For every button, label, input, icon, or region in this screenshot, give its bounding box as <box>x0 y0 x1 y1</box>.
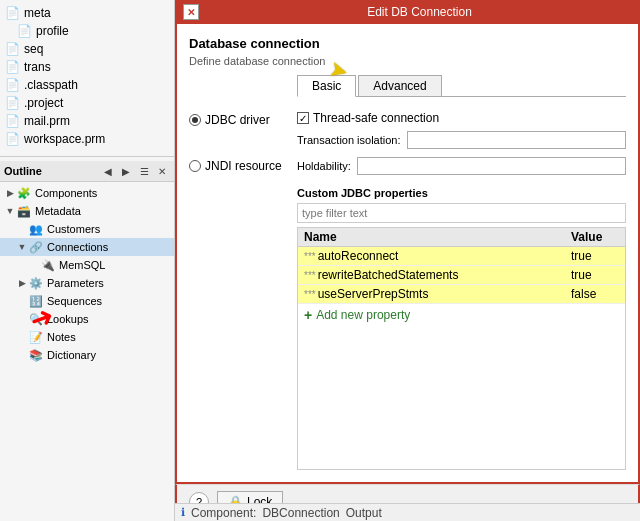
left-panel: 📄 meta 📄 profile 📄 seq 📄 trans 📄 .classp… <box>0 0 175 521</box>
tab-basic[interactable]: Basic <box>297 75 356 97</box>
tree-arrow-components: ▶ <box>4 188 16 198</box>
file-item-classpath[interactable]: 📄 .classpath <box>0 76 174 94</box>
properties-section: Custom JDBC properties Name Value *** au… <box>297 187 626 470</box>
tree-item-lookups[interactable]: 🔍 Lookups <box>0 310 174 328</box>
checkbox-label: Thread-safe connection <box>313 111 439 125</box>
add-icon: + <box>304 307 312 323</box>
tab-advanced[interactable]: Advanced <box>358 75 441 96</box>
file-icon-project: 📄 <box>4 95 20 111</box>
file-icon-meta: 📄 <box>4 5 20 21</box>
prop-table: Name Value *** autoReconnect true <box>297 227 626 470</box>
status-component-label: Component: <box>191 506 256 520</box>
tree-item-dictionary[interactable]: 📚 Dictionary <box>0 346 174 364</box>
tree-arrow-sequences <box>16 296 28 306</box>
file-item-trans[interactable]: 📄 trans <box>0 58 174 76</box>
dialog-titlebar: ✕ Edit DB Connection <box>175 0 640 24</box>
prop-prefix-autoreconnect: *** <box>304 251 316 262</box>
file-item-seq[interactable]: 📄 seq <box>0 40 174 58</box>
prop-col-value: Value <box>565 228 625 246</box>
tree-icon-connections: 🔗 <box>28 239 44 255</box>
tree-item-components[interactable]: ▶ 🧩 Components <box>0 184 174 202</box>
file-item-meta[interactable]: 📄 meta <box>0 4 174 22</box>
dialog-title-icon: ✕ <box>183 4 199 20</box>
tree-item-metadata[interactable]: ▼ 🗃️ Metadata <box>0 202 174 220</box>
tree-arrow-metadata: ▼ <box>4 206 16 216</box>
field-input-transaction[interactable] <box>407 131 626 149</box>
prop-name-rewrite: rewriteBatchedStatements <box>318 268 459 282</box>
tree-label-sequences: Sequences <box>47 295 102 307</box>
status-output-label: Output <box>346 506 382 520</box>
radio-jdbc[interactable]: JDBC driver <box>189 113 289 127</box>
file-tree: 📄 meta 📄 profile 📄 seq 📄 trans 📄 .classp… <box>0 0 174 152</box>
file-item-mail[interactable]: 📄 mail.prm <box>0 112 174 130</box>
file-icon-seq: 📄 <box>4 41 20 57</box>
tree-arrow-customers <box>16 224 28 234</box>
prop-header: Name Value <box>298 228 625 247</box>
outline-title: Outline <box>4 165 98 177</box>
filter-input[interactable] <box>297 203 626 223</box>
tree-arrow-lookups <box>16 314 28 324</box>
field-input-holdability[interactable] <box>357 157 626 175</box>
file-item-profile[interactable]: 📄 profile <box>0 22 174 40</box>
tree-icon-metadata: 🗃️ <box>16 203 32 219</box>
tree-label-components: Components <box>35 187 97 199</box>
dialog-panel: ✕ Edit DB Connection ➤ Database connecti… <box>175 0 640 521</box>
file-item-workspace[interactable]: 📄 workspace.prm <box>0 130 174 148</box>
prop-name-useserver: useServerPrepStmts <box>318 287 429 301</box>
tree-label-dictionary: Dictionary <box>47 349 96 361</box>
tree-item-customers[interactable]: 👥 Customers <box>0 220 174 238</box>
prop-name-autoreconnect: autoReconnect <box>318 249 399 263</box>
tree-item-connections[interactable]: ▼ 🔗 Connections <box>0 238 174 256</box>
file-label-workspace: workspace.prm <box>24 132 105 146</box>
prop-row-autoreconnect[interactable]: *** autoReconnect true <box>298 247 625 266</box>
status-db-label: DBConnection <box>262 506 339 520</box>
prop-row-rewrite[interactable]: *** rewriteBatchedStatements true <box>298 266 625 285</box>
add-property-row[interactable]: + Add new property <box>298 304 625 326</box>
prop-prefix-useserver: *** <box>304 289 316 300</box>
tree-label-lookups: Lookups <box>47 313 89 325</box>
tree-arrow-parameters: ▶ <box>16 278 28 288</box>
outline-menu-btn[interactable]: ☰ <box>136 163 152 179</box>
checkbox-thread-safe[interactable]: ✓ Thread-safe connection <box>297 111 626 125</box>
tree-arrow-dictionary <box>16 350 28 360</box>
tree-label-parameters: Parameters <box>47 277 104 289</box>
field-label-transaction: Transaction isolation: <box>297 134 401 146</box>
tree-label-connections: Connections <box>47 241 108 253</box>
properties-title: Custom JDBC properties <box>297 187 626 199</box>
tree-item-memsql[interactable]: 🔌 MemSQL <box>0 256 174 274</box>
section-subtitle: Define database connection <box>189 55 626 67</box>
tree-icon-memsql: 🔌 <box>40 257 56 273</box>
dialog-body: Database connection Define database conn… <box>175 24 640 484</box>
outline-header: Outline ◀ ▶ ☰ ✕ <box>0 161 174 182</box>
file-label-profile: profile <box>36 24 69 38</box>
checkbox-icon: ✓ <box>297 112 309 124</box>
prop-cell-value-useserver: false <box>565 285 625 303</box>
tabs-row: Basic Advanced <box>297 75 626 97</box>
field-row-holdability: Holdability: <box>297 157 626 175</box>
file-label-meta: meta <box>24 6 51 20</box>
tree-label-customers: Customers <box>47 223 100 235</box>
outline-close-btn[interactable]: ✕ <box>154 163 170 179</box>
tree-item-notes[interactable]: 📝 Notes <box>0 328 174 346</box>
prop-cell-name-autoreconnect: *** autoReconnect <box>298 247 565 265</box>
outline-expand-btn[interactable]: ▶ <box>118 163 134 179</box>
file-icon-profile: 📄 <box>16 23 32 39</box>
tree-icon-components: 🧩 <box>16 185 32 201</box>
tree-icon-dictionary: 📚 <box>28 347 44 363</box>
file-label-classpath: .classpath <box>24 78 78 92</box>
radio-jndi-label: JNDI resource <box>205 159 282 173</box>
tree-icon-lookups: 🔍 <box>28 311 44 327</box>
field-label-holdability: Holdability: <box>297 160 351 172</box>
outline-collapse-btn[interactable]: ◀ <box>100 163 116 179</box>
prop-cell-name-rewrite: *** rewriteBatchedStatements <box>298 266 565 284</box>
outline-tree: ▶ 🧩 Components ▼ 🗃️ Metadata 👥 Customers… <box>0 182 174 521</box>
tree-item-sequences[interactable]: 🔢 Sequences <box>0 292 174 310</box>
file-label-project: .project <box>24 96 63 110</box>
tree-item-parameters[interactable]: ▶ ⚙️ Parameters <box>0 274 174 292</box>
prop-row-useserver[interactable]: *** useServerPrepStmts false <box>298 285 625 304</box>
radio-jdbc-label: JDBC driver <box>205 113 270 127</box>
radio-jndi[interactable]: JNDI resource <box>189 159 289 173</box>
file-item-project[interactable]: 📄 .project <box>0 94 174 112</box>
prop-prefix-rewrite: *** <box>304 270 316 281</box>
prop-cell-value-rewrite: true <box>565 266 625 284</box>
